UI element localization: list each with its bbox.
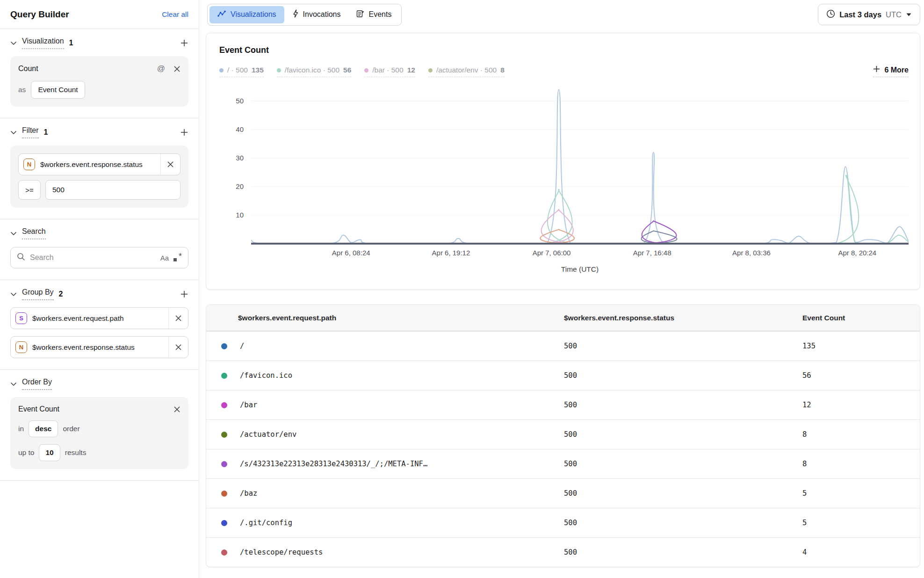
caret-down-icon (906, 10, 912, 19)
order-limit-box[interactable]: 10 (39, 444, 60, 461)
legend-item[interactable]: / · 500 135 (219, 66, 264, 77)
chevron-down-icon[interactable] (10, 229, 17, 238)
chevron-down-icon[interactable] (10, 380, 17, 388)
table-row[interactable]: /bar 500 12 (206, 390, 920, 419)
cell-status: 500 (564, 548, 802, 556)
chevron-down-icon[interactable] (10, 39, 17, 47)
chart-series (251, 175, 909, 244)
cell-status: 500 (564, 401, 802, 409)
tab-visualizations[interactable]: Visualizations (209, 6, 284, 23)
remove-filter-button[interactable] (160, 154, 180, 175)
table-row[interactable]: /actuator/env 500 8 (206, 419, 920, 449)
add-group-by-button[interactable] (180, 290, 188, 298)
more-series-button[interactable]: 6 More (873, 65, 909, 77)
row-color-dot (221, 343, 227, 349)
legend-dot (277, 68, 281, 72)
up-to-label: up to (18, 448, 34, 457)
time-range-button[interactable]: Last 3 days UTC (818, 4, 920, 25)
add-filter-button[interactable] (180, 128, 188, 137)
row-color-dot (221, 402, 227, 408)
y-tick-label: 50 (236, 97, 244, 105)
alias-as-label: as (18, 86, 26, 94)
table-row[interactable]: /.git/config 500 5 (206, 508, 920, 537)
tab-events[interactable]: Events (348, 6, 399, 23)
order-label: order (63, 425, 79, 433)
y-tick-label: 30 (236, 154, 244, 162)
x-axis-line (251, 243, 909, 245)
number-type-badge: N (15, 341, 27, 353)
legend-label: /actuator/env · 500 (436, 66, 497, 74)
filter-value-input[interactable] (45, 180, 180, 200)
group-by-chip[interactable]: S $workers.event.request.path (10, 307, 188, 329)
order-by-card: Event Count in desc order up to 10 resul… (10, 397, 188, 469)
legend-count: 8 (500, 66, 505, 74)
row-color-dot (221, 461, 227, 467)
cell-path: /s/432313e22313e28313e2430313/_/;/META-I… (240, 460, 427, 468)
table-row[interactable]: / 500 135 (206, 331, 920, 361)
table-row[interactable]: /telescope/requests 500 4 (206, 537, 920, 567)
cell-count: 5 (802, 489, 920, 498)
filter-card: N $workers.event.response.status >= (10, 145, 188, 208)
remove-group-by-button[interactable] (168, 337, 188, 358)
column-header-count: Event Count (802, 314, 920, 322)
regex-icon[interactable]: * (173, 253, 182, 262)
results-label: results (65, 448, 87, 457)
row-color-dot (221, 549, 227, 556)
cell-path: /bar (240, 401, 257, 409)
at-icon[interactable]: @ (157, 64, 165, 73)
metric-name: Count (18, 65, 38, 73)
y-tick-label: 20 (236, 182, 244, 190)
cell-status: 500 (564, 342, 802, 350)
table-row[interactable]: /favicon.ico 500 56 (206, 361, 920, 390)
group-by-chip[interactable]: N $workers.event.response.status (10, 336, 188, 358)
filter-field-chip[interactable]: N $workers.event.response.status (18, 153, 180, 175)
chevron-down-icon[interactable] (10, 128, 17, 137)
cell-count: 4 (802, 548, 920, 556)
x-tick-label: Apr 8, 03:36 (732, 249, 771, 257)
table-row[interactable]: /baz 500 5 (206, 478, 920, 508)
cell-status: 500 (564, 519, 802, 527)
tab-invocations[interactable]: Invocations (284, 6, 349, 23)
legend-label: /favicon.ico · 500 (285, 66, 339, 74)
x-tick-label: Apr 8, 20:24 (838, 249, 876, 257)
remove-visualization-button[interactable] (173, 65, 180, 72)
x-axis: Apr 6, 08:24Apr 6, 19:12Apr 7, 06:00Apr … (219, 249, 909, 258)
search-input[interactable] (30, 253, 156, 262)
remove-order-by-button[interactable] (173, 406, 180, 413)
legend-label: /bar · 500 (372, 66, 403, 74)
cell-count: 56 (802, 371, 920, 380)
cell-status: 500 (564, 371, 802, 380)
lightning-icon (292, 9, 299, 20)
cell-count: 5 (802, 519, 920, 527)
cell-path: /.git/config (240, 519, 292, 527)
y-axis: 1020304050 (219, 88, 244, 244)
order-direction-box[interactable]: desc (29, 420, 58, 437)
x-tick-label: Apr 7, 16:48 (633, 249, 671, 257)
search-section-title: Search (22, 227, 46, 239)
alias-value-box[interactable]: Event Count (31, 81, 85, 99)
legend-item[interactable]: /favicon.ico · 500 56 (277, 66, 351, 77)
tab-label: Events (368, 10, 391, 19)
legend-item[interactable]: /bar · 500 12 (364, 66, 415, 77)
legend-item[interactable]: /actuator/env · 500 8 (428, 66, 505, 77)
chart-series (251, 89, 909, 244)
add-visualization-button[interactable] (180, 39, 188, 47)
tab-label: Visualizations (231, 10, 276, 19)
chevron-down-icon[interactable] (10, 290, 17, 298)
clock-icon (826, 9, 835, 20)
chart-legend: / · 500 135 /favicon.ico · 500 56 /bar ·… (219, 65, 909, 77)
query-builder-sidebar: Query Builder Clear all Visualization 1 … (0, 0, 199, 578)
table-row[interactable]: /s/432313e22313e28313e2430313/_/;/META-I… (206, 449, 920, 478)
row-color-dot (221, 432, 227, 438)
main-area: Visualizations Invocations Events Last 3… (199, 0, 924, 578)
cell-count: 12 (802, 401, 920, 409)
clear-all-link[interactable]: Clear all (162, 10, 188, 19)
chart-series (251, 210, 909, 244)
match-case-button[interactable]: Aa (160, 254, 169, 262)
in-label: in (18, 425, 24, 433)
events-icon (356, 10, 364, 20)
search-box: Aa * (10, 247, 188, 268)
filter-operator-box[interactable]: >= (18, 180, 41, 200)
remove-group-by-button[interactable] (168, 308, 188, 329)
filter-count: 1 (44, 128, 48, 137)
